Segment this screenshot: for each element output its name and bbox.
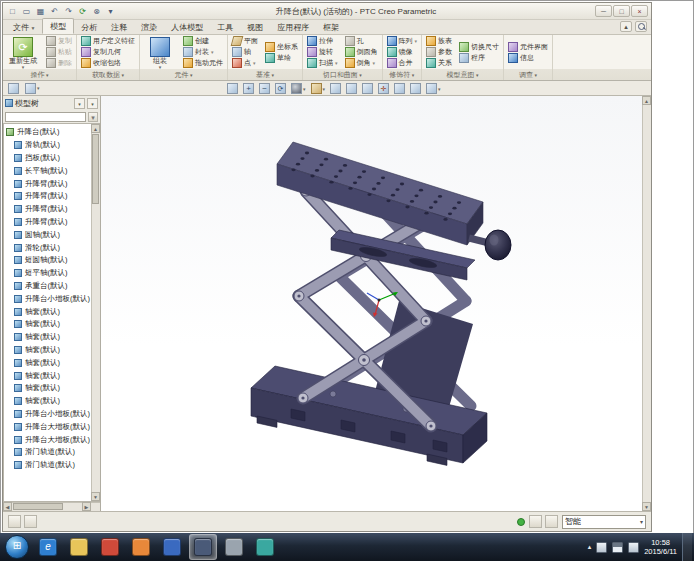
new-file-icon[interactable]: □ [6, 5, 19, 18]
tree-item[interactable]: 升降臂(默认) [4, 203, 100, 216]
refit-icon[interactable] [225, 82, 240, 95]
zoom-in-icon[interactable] [241, 82, 256, 95]
sweep-button[interactable]: 扫描 [305, 58, 340, 69]
tree-item[interactable]: 轴套(默认) [4, 356, 100, 369]
tree-item[interactable]: 轴套(默认) [4, 331, 100, 344]
undo-icon[interactable]: ↶ [48, 5, 61, 18]
redo-icon[interactable]: ↷ [62, 5, 75, 18]
family-table-button[interactable]: 族表 [424, 36, 454, 47]
tree-filter-icon[interactable]: ▾ [88, 112, 98, 122]
tree-item[interactable]: 升降台小增板(默认) [4, 408, 100, 421]
tree-item[interactable]: 升降台大增板(默认) [4, 420, 100, 433]
datum-csys-button[interactable]: 坐标系 [263, 41, 300, 52]
scroll-down-button[interactable]: ▼ [91, 492, 100, 501]
hole-button[interactable]: 孔 [343, 36, 380, 47]
round-button[interactable]: 倒圆角 [343, 47, 380, 58]
app-blue-taskbar-icon[interactable] [158, 534, 186, 560]
datum-display-icon[interactable] [309, 82, 328, 95]
tree-item[interactable]: 轴套(默认) [4, 318, 100, 331]
tree-item[interactable]: 滑门轨道(默认) [4, 446, 100, 459]
zoom-out-icon[interactable] [257, 82, 272, 95]
scroll-thumb-h[interactable] [13, 503, 63, 510]
office-taskbar-icon[interactable] [127, 534, 155, 560]
selection-filter-combo[interactable]: 智能 [562, 515, 646, 529]
volume-icon[interactable] [628, 542, 639, 553]
tab-render[interactable]: 渲染 [134, 20, 164, 34]
tree-item[interactable]: 承重台(默认) [4, 280, 100, 293]
minimize-ribbon-icon[interactable]: ▴ [620, 21, 632, 32]
udf-button[interactable]: 用户定义特征 [79, 36, 137, 47]
tree-item[interactable]: 升降台大增板(默认) [4, 433, 100, 446]
tree-item[interactable]: 升降臂(默认) [4, 216, 100, 229]
tab-view[interactable]: 视图 [240, 20, 270, 34]
tree-item[interactable]: 升降臂(默认) [4, 177, 100, 190]
datum-plane-button[interactable]: 平面 [230, 36, 260, 47]
media-player-taskbar-icon[interactable] [96, 534, 124, 560]
network-icon[interactable] [612, 542, 623, 553]
tree-item[interactable]: 升降台(默认) [4, 126, 100, 139]
extrude-button[interactable]: 拉伸 [305, 36, 340, 47]
group-label-operations[interactable]: 操作 [5, 69, 74, 80]
tree-display-icon[interactable] [74, 98, 85, 109]
close-button[interactable]: × [631, 5, 648, 17]
group-label-modifiers[interactable]: 修饰符 [385, 69, 420, 80]
open-file-icon[interactable]: ▭ [20, 5, 33, 18]
plane-display-icon[interactable] [328, 82, 343, 95]
tree-item[interactable]: 圆轴(默认) [4, 228, 100, 241]
datum-axis-button[interactable]: 轴 [230, 47, 260, 58]
maximize-button[interactable]: □ [613, 5, 630, 17]
delete-button[interactable]: 删除 [44, 58, 74, 69]
tab-manikin[interactable]: 人体模型 [164, 20, 210, 34]
regenerate-button[interactable]: ⟳ 重新生成 [5, 36, 41, 69]
command-search-icon[interactable] [635, 21, 647, 32]
view-orientation-icon[interactable] [424, 82, 443, 95]
package-button[interactable]: 封装 [181, 47, 225, 58]
mirror-button[interactable]: 镜像 [385, 47, 420, 58]
group-label-model-intent[interactable]: 模型意图 [424, 69, 501, 80]
datum-point-button[interactable]: 点 [230, 58, 260, 69]
viewport-scroll-up[interactable]: ▲ [642, 96, 651, 105]
tree-item[interactable]: 轴套(默认) [4, 382, 100, 395]
folder-browser-icon[interactable] [6, 82, 21, 95]
sketch-button[interactable]: 草绘 [263, 52, 300, 63]
scroll-thumb[interactable] [92, 134, 99, 204]
group-label-get-data[interactable]: 获取数据 [79, 69, 137, 80]
tree-item[interactable]: 轴套(默认) [4, 305, 100, 318]
scroll-up-button[interactable]: ▲ [91, 124, 100, 133]
tree-item[interactable]: 升降臂(默认) [4, 190, 100, 203]
drag-components-button[interactable]: 拖动元件 [181, 58, 225, 69]
tree-item[interactable]: 短平轴(默认) [4, 267, 100, 280]
tab-tools[interactable]: 工具 [210, 20, 240, 34]
group-label-cuts-surfaces[interactable]: 切口和曲面 [305, 69, 380, 80]
top-platform[interactable] [277, 142, 483, 245]
axis-display-icon[interactable] [344, 82, 359, 95]
ie-taskbar-icon[interactable]: e [34, 534, 62, 560]
group-label-datum[interactable]: 基准 [230, 69, 300, 80]
program-button[interactable]: 程序 [457, 52, 501, 63]
pattern-button[interactable]: 阵列 [385, 36, 420, 47]
group-label-component[interactable]: 元件 [142, 69, 225, 80]
revolve-button[interactable]: 旋转 [305, 47, 340, 58]
shrinkwrap-button[interactable]: 收缩包络 [79, 58, 137, 69]
tree-item[interactable]: 轴套(默认) [4, 395, 100, 408]
tree-vertical-scrollbar[interactable]: ▲ ▼ [91, 124, 100, 501]
tab-annotate[interactable]: 注释 [104, 20, 134, 34]
tab-file[interactable]: 文件 [6, 20, 42, 34]
window-close-icon[interactable]: ⊗ [90, 5, 103, 18]
3d-viewport[interactable]: ▲ ▼ [101, 96, 651, 511]
start-button[interactable]: ⊞ [5, 535, 29, 559]
component-interface-button[interactable]: 元件界面 [506, 41, 550, 52]
tree-item[interactable]: 滑轨(默认) [4, 139, 100, 152]
shading-style-icon[interactable] [289, 82, 308, 95]
copy-geometry-button[interactable]: 复制几何 [79, 47, 137, 58]
tree-horizontal-scrollbar[interactable]: ◀ ▶ [3, 502, 100, 511]
navigator-toggle-icon[interactable] [8, 515, 21, 528]
tree-item[interactable]: 挡板(默认) [4, 152, 100, 165]
tree-item[interactable]: 短圆轴(默认) [4, 254, 100, 267]
tab-applications[interactable]: 应用程序 [270, 20, 316, 34]
tree-item[interactable]: 轴套(默认) [4, 344, 100, 357]
taskbar-clock[interactable]: 10:58 2015/6/11 [644, 538, 677, 557]
annotation-display-icon[interactable] [392, 82, 407, 95]
tree-search-input[interactable] [5, 112, 86, 122]
spin-center-icon[interactable] [408, 82, 423, 95]
